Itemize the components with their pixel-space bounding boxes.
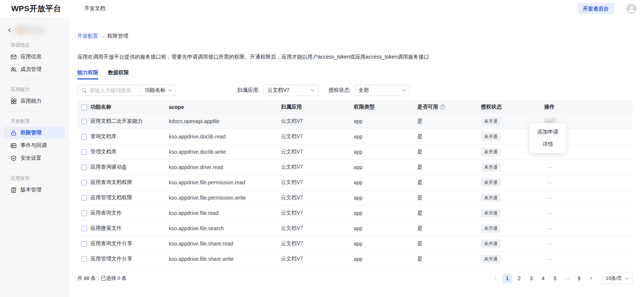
row-actions-button[interactable]: ··· (544, 210, 556, 216)
column-header: 归属应用 (281, 104, 354, 110)
row-actions-button[interactable]: ··· (544, 225, 556, 232)
cell-feature-name: 应用查询文档权限 (90, 179, 169, 186)
sidebar-item-users[interactable]: 成员管理 (4, 63, 65, 75)
chevron-down-icon (168, 89, 172, 92)
app-name-blurred (15, 25, 45, 35)
sidebar-item-lock[interactable]: 权限管理 (4, 127, 65, 139)
developer-console-button[interactable]: 开发者后台 (578, 3, 614, 14)
cell-feature-name: 应用文档二次开发能力 (90, 118, 169, 125)
cell-scope: kso.appdrive.drive.read (169, 164, 281, 170)
row-checkbox[interactable] (81, 149, 87, 155)
page-number-2[interactable]: 2 (514, 273, 524, 283)
status-filter-label: 授权状态: (328, 87, 351, 94)
app-select[interactable]: 云文档V7 (263, 85, 319, 96)
cell-available: 是 (417, 148, 481, 155)
sidebar-item-grid[interactable]: 应用能力 (4, 95, 65, 107)
row-checkbox[interactable] (81, 241, 87, 247)
menu-item-详情[interactable]: 详情 (530, 138, 566, 150)
table-row[interactable]: 应用查询文件 kso.appdrive.file.read 云文档V7 app … (77, 206, 632, 221)
tab-bar: 能力权限数据权限 (77, 69, 632, 79)
sidebar-item-callback[interactable]: 事件与回调 (4, 140, 65, 151)
cell-scope: kso.appdrive.file.permission.write (169, 195, 281, 201)
app-filter-label: 归属应用: (237, 87, 260, 94)
mail-icon (10, 54, 17, 60)
cell-owning-app: 云文档V7 (281, 164, 354, 171)
sidebar-item-label: 成员管理 (21, 66, 41, 73)
sidebar-item-shield-check[interactable]: 安全设置 (4, 152, 65, 164)
sidebar-item-label: 应用信息 (21, 53, 41, 60)
cell-scope: kso.appdrive.file.search (169, 225, 281, 231)
page-number-4[interactable]: 4 (538, 273, 548, 283)
breadcrumb-link[interactable]: 开发配置 (77, 33, 98, 40)
search-type-dropdown[interactable]: 功能名称 (140, 87, 176, 94)
sidebar-collapse-button[interactable] (6, 27, 13, 34)
row-actions-button[interactable]: ··· (544, 179, 556, 186)
help-icon[interactable]: ? (440, 104, 445, 110)
cell-scope: kso.appdrive.doclib.write (169, 149, 281, 155)
search-icon (81, 88, 87, 93)
user-avatar[interactable] (626, 4, 637, 14)
sidebar-item-label: 事件与回调 (21, 142, 47, 149)
row-checkbox[interactable] (81, 210, 87, 216)
row-checkbox[interactable] (81, 226, 87, 231)
page-number-1[interactable]: 1 (502, 273, 512, 283)
cell-feature-name: 应用查询文件 (90, 210, 169, 216)
cell-available: 是 (417, 118, 481, 125)
tab-能力权限[interactable]: 能力权限 (77, 69, 98, 79)
tab-数据权限[interactable]: 数据权限 (108, 69, 129, 79)
select-all-checkbox[interactable] (81, 104, 87, 110)
page-number-9[interactable]: 9 (574, 273, 584, 283)
row-actions-button[interactable]: ··· (544, 240, 556, 247)
sidebar-item-clipboard[interactable]: 版本管理 (4, 184, 65, 196)
column-header: 是否可用? (417, 104, 481, 110)
cell-owning-app: 云文档V7 (281, 133, 354, 140)
table-row[interactable]: 应用搜索文件 kso.appdrive.file.search 云文档V7 ap… (77, 221, 632, 236)
cell-owning-app: 云文档V7 (281, 118, 354, 125)
page-next-icon[interactable]: › (586, 273, 596, 283)
page-ellipsis[interactable]: ··· (562, 273, 572, 283)
lock-icon (10, 130, 17, 136)
cell-owning-app: 云文档V7 (281, 148, 354, 155)
search-input[interactable] (89, 87, 140, 93)
page-number-3[interactable]: 3 (526, 273, 536, 283)
row-actions-button[interactable]: ··· (544, 194, 556, 201)
cell-owning-app: 云文档V7 (281, 256, 354, 262)
cell-permission-type: app (354, 225, 417, 231)
status-badge: 未开通 (481, 194, 501, 202)
row-checkbox[interactable] (81, 165, 87, 170)
breadcrumb-current: 权限管理 (107, 33, 128, 40)
nav-dev-docs[interactable]: 开发文档 (84, 5, 105, 12)
row-checkbox[interactable] (81, 119, 87, 124)
cell-permission-type: app (354, 149, 417, 155)
cell-available: 是 (417, 256, 481, 262)
table-row[interactable]: 应用查询驱动盘 kso.appdrive.drive.read 云文档V7 ap… (77, 160, 632, 175)
row-checkbox[interactable] (81, 180, 87, 185)
row-checkbox[interactable] (81, 134, 87, 140)
row-checkbox[interactable] (81, 195, 87, 201)
sidebar-item-mail[interactable]: 应用信息 (4, 51, 65, 63)
page-size-select[interactable]: 10条/页 (602, 273, 632, 284)
cell-available: 是 (417, 210, 481, 216)
table-row[interactable]: 应用查询文件分享 kso.appdrive.file.share.read 云文… (77, 236, 632, 251)
menu-item-添加申请[interactable]: 添加申请 (530, 126, 566, 138)
status-badge: 未开通 (481, 255, 501, 263)
table-row[interactable]: 应用查询文档权限 kso.appdrive.file.permission.re… (77, 175, 632, 190)
status-select[interactable]: 全部 (354, 85, 410, 96)
row-actions-button[interactable]: ··· (544, 164, 556, 171)
sidebar-item-label: 权限管理 (21, 129, 41, 136)
result-summary: 共 88 条，已选择 0 条 (77, 275, 127, 282)
row-actions-button[interactable]: ··· (544, 256, 556, 262)
status-badge: 未开通 (481, 240, 501, 248)
cell-feature-name: 应用查询驱动盘 (90, 164, 169, 171)
page-prev-icon[interactable]: ‹ (490, 273, 500, 283)
column-header: 操作 (544, 104, 632, 110)
page-number-5[interactable]: 5 (550, 273, 560, 283)
user-icon (626, 4, 637, 14)
sidebar-section-label: 开发配置 (0, 118, 69, 125)
table-row[interactable]: 应用管理文件分享 kso.appdrive.file.share.write 云… (77, 251, 632, 267)
table-row[interactable]: 应用管理文档权限 kso.appdrive.file.permission.wr… (77, 190, 632, 206)
sidebar-section-label: 应用能力 (0, 86, 69, 93)
cell-available: 是 (417, 179, 481, 186)
table-header-row: 功能名称scope归属应用权限类型是否可用?授权状态操作 (77, 100, 632, 114)
row-checkbox[interactable] (81, 256, 87, 262)
